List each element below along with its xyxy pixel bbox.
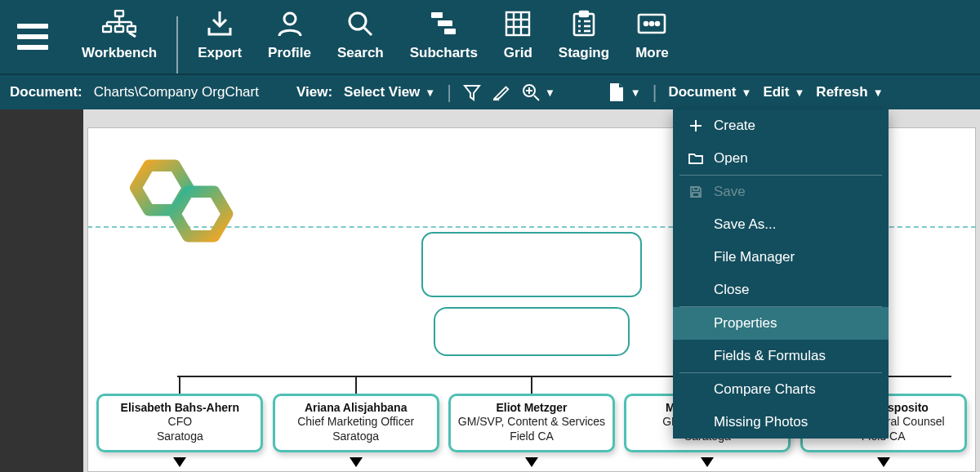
- org-node-mid[interactable]: [434, 307, 630, 356]
- refresh-menu-label: Refresh: [816, 84, 867, 100]
- menu-open-label: Open: [714, 150, 748, 167]
- chevron-down-icon: ▼: [630, 87, 641, 99]
- hamburger-menu-button[interactable]: [10, 14, 56, 60]
- toolbar-profile-button[interactable]: Profile: [255, 0, 324, 73]
- menu-create[interactable]: Create: [673, 109, 889, 142]
- svg-rect-15: [444, 29, 456, 34]
- menu-save-label: Save: [714, 184, 746, 200]
- export-icon: [206, 7, 234, 40]
- hamburger-icon: [17, 24, 48, 50]
- toolbar-subcharts-button[interactable]: Subcharts: [397, 0, 491, 73]
- svg-rect-14: [438, 20, 452, 26]
- expand-down-icon[interactable]: [701, 457, 714, 467]
- svg-rect-7: [115, 26, 123, 32]
- menu-fields-formulas-label: Fields & Formulas: [714, 348, 826, 364]
- person-name: Elisabeth Bahs-Ahern: [104, 401, 256, 416]
- menu-file-manager[interactable]: File Manager: [673, 241, 889, 274]
- menu-close[interactable]: Close: [673, 274, 889, 306]
- toolbar-export-label: Export: [198, 45, 242, 61]
- expand-down-icon[interactable]: [173, 457, 186, 467]
- svg-point-10: [284, 13, 296, 24]
- org-node[interactable]: Eliot Metzger GM/SVP, Content & Services…: [448, 394, 615, 468]
- menu-properties[interactable]: Properties: [673, 307, 889, 340]
- menu-save-as-label: Save As...: [714, 216, 777, 233]
- subcharts-icon: [430, 7, 457, 40]
- plus-icon: [688, 119, 704, 132]
- profile-icon: [276, 7, 304, 40]
- person-location: Field CA: [456, 430, 608, 444]
- svg-point-31: [650, 22, 653, 25]
- toolbar-subcharts-label: Subcharts: [410, 45, 478, 61]
- person-title: Chief Marketing Officer: [280, 415, 432, 430]
- menu-save: Save: [673, 176, 889, 208]
- connector-vertical: [355, 376, 357, 394]
- toolbar-workbench-button[interactable]: Workbench: [69, 0, 170, 73]
- staging-icon: [570, 7, 598, 40]
- chevron-down-icon: ▼: [742, 87, 752, 99]
- svg-point-30: [644, 22, 648, 25]
- org-node[interactable]: Ariana Alisjahbana Chief Marketing Offic…: [273, 394, 439, 468]
- folder-icon: [688, 152, 704, 165]
- svg-rect-0: [115, 11, 123, 16]
- toolbar-staging-button[interactable]: Staging: [546, 0, 622, 73]
- svg-rect-6: [103, 26, 111, 32]
- toolbar-grid-label: Grid: [504, 45, 532, 61]
- company-logo: [120, 142, 251, 273]
- connector-vertical: [179, 376, 180, 394]
- svg-rect-8: [127, 26, 136, 32]
- chevron-down-icon: ▼: [425, 87, 435, 99]
- view-select[interactable]: Select View ▼: [344, 84, 435, 100]
- expand-down-icon[interactable]: [877, 457, 890, 467]
- toolbar-grid-button[interactable]: Grid: [491, 0, 546, 73]
- svg-line-12: [364, 28, 372, 35]
- edit-menu-button[interactable]: Edit ▼: [763, 84, 804, 100]
- toolbar-more-button[interactable]: More: [622, 0, 682, 73]
- toolbar-export-button[interactable]: Export: [185, 0, 255, 73]
- svg-rect-22: [580, 11, 588, 16]
- save-icon: [688, 185, 704, 198]
- menu-open[interactable]: Open: [673, 142, 889, 175]
- org-node[interactable]: Elisabeth Bahs-Ahern CFO Saratoga: [96, 394, 263, 468]
- toolbar-staging-label: Staging: [559, 45, 609, 61]
- person-title: GM/SVP, Content & Services: [456, 415, 608, 430]
- menu-fields-formulas[interactable]: Fields & Formulas: [673, 340, 889, 372]
- toolbar-search-label: Search: [337, 45, 384, 61]
- expand-down-icon[interactable]: [350, 457, 363, 467]
- toolbar-profile-label: Profile: [268, 45, 311, 61]
- document-menu-label: Document: [668, 84, 736, 100]
- view-label: View:: [296, 84, 332, 100]
- menu-properties-label: Properties: [714, 315, 777, 332]
- expand-down-icon[interactable]: [525, 457, 538, 467]
- toolbar-separator: [176, 16, 178, 73]
- org-node-top[interactable]: [421, 232, 642, 297]
- menu-file-manager-label: File Manager: [714, 249, 795, 265]
- person-name: Eliot Metzger: [456, 401, 608, 416]
- toolbar-search-button[interactable]: Search: [324, 0, 397, 73]
- zoom-button[interactable]: ▼: [522, 83, 555, 101]
- person-name: Ariana Alisjahbana: [280, 401, 432, 416]
- person-title: CFO: [104, 415, 256, 430]
- filter-button[interactable]: [463, 83, 481, 101]
- separator: |: [653, 82, 657, 103]
- menu-missing-photos[interactable]: Missing Photos: [673, 406, 889, 439]
- svg-line-37: [534, 96, 539, 100]
- svg-point-32: [656, 22, 659, 25]
- chevron-down-icon: ▼: [794, 87, 804, 99]
- filter-icon: [463, 83, 481, 101]
- document-toolbar: Document: Charts\Company OrgChart View: …: [0, 75, 980, 109]
- page-button[interactable]: ▼: [608, 83, 641, 101]
- zoom-in-icon: [522, 83, 540, 101]
- menu-save-as[interactable]: Save As...: [673, 208, 889, 241]
- toolbar-workbench-label: Workbench: [82, 45, 157, 61]
- menu-missing-photos-label: Missing Photos: [714, 414, 808, 430]
- more-icon: [635, 7, 668, 40]
- workbench-icon: [102, 7, 136, 40]
- svg-rect-16: [506, 12, 529, 35]
- svg-point-11: [350, 13, 366, 29]
- refresh-menu-button[interactable]: Refresh ▼: [816, 84, 883, 100]
- document-menu-button[interactable]: Document ▼: [668, 84, 751, 100]
- highlighter-button[interactable]: [492, 83, 510, 101]
- chevron-down-icon: ▼: [545, 87, 555, 99]
- menu-compare-charts[interactable]: Compare Charts: [673, 373, 889, 406]
- svg-rect-13: [431, 12, 443, 18]
